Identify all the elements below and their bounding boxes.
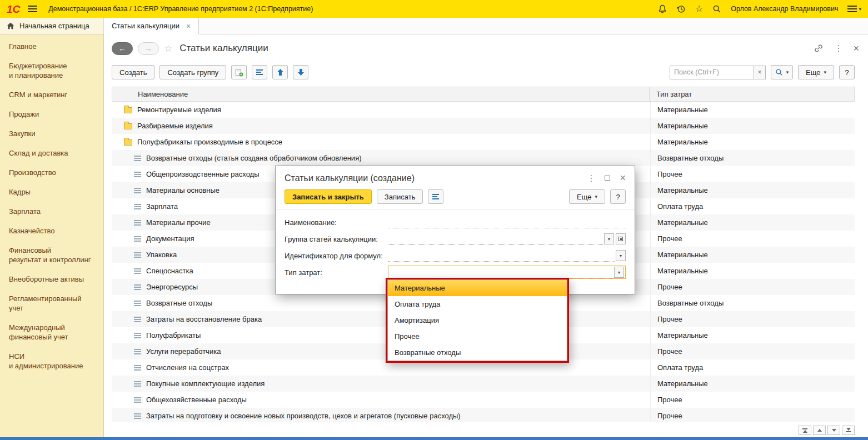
group-field-dropdown-button[interactable]: ▾	[604, 233, 614, 244]
1c-logo[interactable]: 1С	[7, 4, 20, 14]
history-icon[interactable]	[676, 4, 686, 13]
cost-type-field-input[interactable]	[390, 266, 613, 278]
notifications-bell-icon[interactable]	[658, 4, 667, 13]
field-row-name: Наименование:	[285, 216, 626, 229]
item-icon	[134, 333, 141, 338]
save-button[interactable]: Записать	[377, 189, 423, 204]
dialog-more-vertical-icon[interactable]: ⋮	[587, 173, 595, 183]
table-row[interactable]: Ремонтируемые изделия Материальные	[112, 102, 855, 118]
sidebar-item[interactable]: Финансовый результат и контроллинг	[0, 241, 103, 269]
row-name: Документация	[146, 234, 194, 243]
sidebar-item[interactable]: Регламентированный учет	[0, 289, 103, 318]
identifier-field-input[interactable]	[388, 249, 615, 262]
more-vertical-icon[interactable]: ⋮	[834, 43, 842, 53]
table-row[interactable]: Затраты на подготовку и освоение новых п…	[112, 408, 855, 422]
move-down-button[interactable]	[293, 65, 308, 79]
item-icon	[134, 204, 141, 209]
row-name: Затраты на восстановление брака	[146, 315, 262, 323]
sidebar-item[interactable]: Казначейство	[0, 221, 103, 241]
forward-button[interactable]: →	[138, 42, 159, 55]
table-row[interactable]: Возвратные отходы (статья создана обрабо…	[112, 150, 855, 166]
list-toolbar: Создать Создать группу × ▾	[112, 64, 855, 80]
table-row[interactable]: Разбираемые изделия Материальные	[112, 118, 855, 134]
item-icon	[134, 317, 141, 322]
group-field-input[interactable]	[388, 233, 603, 245]
column-header-name[interactable]: Наименование	[112, 87, 650, 101]
main-menu-icon[interactable]	[28, 6, 37, 12]
copy-button[interactable]	[231, 65, 247, 79]
sidebar-item[interactable]: Закупки	[0, 124, 103, 143]
item-icon	[134, 236, 141, 242]
dropdown-option[interactable]: Материальные	[388, 280, 567, 296]
chevron-down-icon: ▾	[786, 69, 789, 75]
dropdown-option[interactable]: Возвратные отходы	[388, 344, 567, 361]
sidebar-item[interactable]: Склад и доставка	[0, 143, 103, 163]
field-row-cost-type: Тип затрат: ▾	[285, 266, 626, 279]
row-type-cell: Материальные	[650, 102, 855, 118]
add-favorite-star-icon[interactable]: ☆	[164, 43, 172, 54]
back-button[interactable]: ←	[112, 42, 133, 55]
group-field-open-button[interactable]	[616, 233, 626, 244]
dropdown-option[interactable]: Прочее	[388, 328, 567, 344]
create-button[interactable]: Создать	[112, 65, 154, 79]
sidebar-item[interactable]: Продажи	[0, 104, 103, 124]
row-name-cell: Возвратные отходы (статья создана обрабо…	[112, 154, 650, 162]
favorites-star-icon[interactable]: ☆	[695, 4, 703, 13]
scroll-down-button[interactable]	[827, 426, 840, 435]
scroll-to-bottom-button[interactable]	[842, 426, 855, 435]
home-icon	[7, 22, 14, 29]
search-icon	[775, 68, 783, 76]
row-name: Услуги переработчика	[146, 347, 221, 356]
search-clear-icon[interactable]: ×	[754, 66, 766, 79]
row-name: Ремонтируемые изделия	[137, 106, 221, 114]
dropdown-option[interactable]: Амортизация	[388, 312, 567, 328]
column-header-type[interactable]: Тип затрат	[650, 87, 854, 101]
tab-home[interactable]: Начальная страница	[0, 18, 104, 34]
dialog-fields: Наименование: Группа статей калькуляции:…	[276, 210, 635, 279]
identifier-field-dropdown-button[interactable]: ▾	[616, 250, 626, 261]
dialog-report-button[interactable]	[428, 189, 443, 204]
chevron-down-icon: ▾	[620, 253, 622, 258]
list-settings-button[interactable]	[252, 65, 267, 79]
search-button[interactable]: ▾	[771, 65, 793, 79]
close-form-icon[interactable]: ×	[853, 43, 859, 54]
sidebar-item[interactable]: Главное	[0, 37, 103, 56]
tab-articles[interactable]: Статьи калькуляции ×	[104, 18, 199, 34]
dialog-maximize-icon[interactable]	[605, 176, 610, 181]
sidebar-item[interactable]: CRM и маркетинг	[0, 85, 103, 104]
row-name: Затраты на подготовку и освоение новых п…	[146, 412, 461, 420]
global-search-icon[interactable]	[712, 4, 721, 13]
dialog-close-icon[interactable]: ×	[620, 172, 626, 184]
sidebar-item[interactable]: Зарплата	[0, 202, 103, 221]
tab-close-icon[interactable]: ×	[186, 22, 191, 31]
help-button[interactable]: ?	[839, 65, 855, 79]
dropdown-option[interactable]: Оплата труда	[388, 296, 567, 312]
scroll-to-top-button[interactable]	[799, 426, 811, 435]
row-name-cell: Услуги переработчика	[112, 347, 650, 356]
sidebar-item[interactable]: Международный финансовый учет	[0, 318, 103, 347]
table-row[interactable]: Полуфабрикаты производимые в процессе Ма…	[112, 134, 855, 150]
cost-type-dropdown-button[interactable]: ▾	[614, 267, 624, 278]
item-icon	[134, 301, 141, 306]
table-row[interactable]: Общехозяйственные расходы Прочее	[112, 392, 855, 408]
sidebar-item[interactable]: Бюджетирование и планирование	[0, 56, 103, 85]
move-up-button[interactable]	[272, 65, 288, 79]
row-name: Полуфабрикаты	[146, 331, 201, 339]
sidebar-item[interactable]: Внеоборотные активы	[0, 269, 103, 289]
sidebar-item[interactable]: НСИ и администрирование	[0, 347, 103, 376]
current-user[interactable]: Орлов Александр Владимирович	[731, 5, 838, 13]
create-group-button[interactable]: Создать группу	[159, 65, 226, 79]
triangle-down-icon	[832, 429, 836, 432]
sidebar-item[interactable]: Кадры	[0, 182, 103, 202]
search-input[interactable]	[670, 66, 754, 79]
sidebar-item[interactable]: Производство	[0, 163, 103, 182]
more-button[interactable]: Еще ▾	[798, 65, 834, 79]
dialog-more-button[interactable]: Еще ▾	[569, 189, 605, 204]
dialog-help-button[interactable]: ?	[610, 189, 626, 204]
name-field-input[interactable]	[388, 216, 626, 228]
service-menu-icon[interactable]: ▾	[847, 6, 861, 12]
table-row[interactable]: Покупные комплектующие изделия Материаль…	[112, 376, 855, 392]
save-and-close-button[interactable]: Записать и закрыть	[285, 189, 372, 204]
get-link-icon[interactable]	[814, 43, 824, 53]
scroll-up-button[interactable]	[813, 426, 826, 435]
